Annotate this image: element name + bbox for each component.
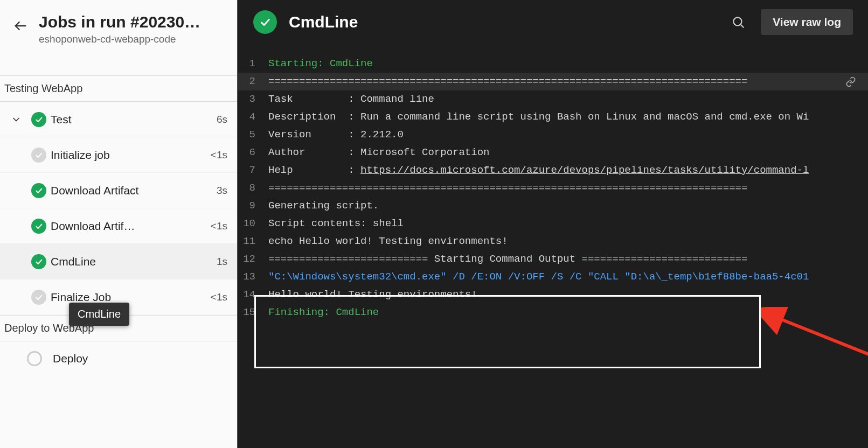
log-line[interactable]: 14Hello world! Testing environments! bbox=[238, 286, 868, 304]
status-icon-success bbox=[31, 219, 46, 234]
job-row-test[interactable]: Test 6s bbox=[0, 102, 237, 137]
left-panel: Jobs in run #20230… eshoponweb-cd-webapp… bbox=[0, 0, 238, 448]
log-line[interactable]: 3Task : Command line bbox=[238, 90, 868, 108]
log-line[interactable]: 13"C:\Windows\system32\cmd.exe" /D /E:ON… bbox=[238, 268, 868, 286]
log-line[interactable]: 5Version : 2.212.0 bbox=[238, 126, 868, 144]
line-number: 13 bbox=[238, 268, 268, 286]
chevron-down-icon bbox=[11, 114, 22, 125]
view-raw-log-button[interactable]: View raw log bbox=[761, 9, 853, 35]
line-number: 15 bbox=[238, 304, 268, 321]
log-line[interactable]: 2=======================================… bbox=[238, 73, 868, 90]
line-text: Description : Run a command line script … bbox=[268, 108, 862, 126]
step-label: CmdLine bbox=[51, 255, 206, 268]
log-header: CmdLine View raw log bbox=[238, 0, 868, 44]
line-text: Help : https://docs.microsoft.com/azure/… bbox=[268, 162, 862, 179]
line-number: 11 bbox=[238, 233, 268, 250]
step-label: Download Artif… bbox=[51, 220, 206, 233]
step-duration: <1s bbox=[206, 149, 227, 161]
line-text: Starting: CmdLine bbox=[268, 55, 862, 73]
line-number: 5 bbox=[238, 126, 268, 144]
check-icon bbox=[259, 16, 271, 28]
search-button[interactable] bbox=[727, 11, 749, 33]
log-line[interactable]: 15Finishing: CmdLine bbox=[238, 304, 868, 321]
line-text: ========================== Starting Comm… bbox=[268, 250, 862, 268]
step-duration: <1s bbox=[206, 220, 227, 232]
line-number: 12 bbox=[238, 250, 268, 268]
status-icon-pending bbox=[31, 290, 46, 305]
search-icon bbox=[731, 15, 745, 29]
line-text: ========================================… bbox=[268, 73, 840, 90]
log-body[interactable]: 1Starting: CmdLine2=====================… bbox=[238, 44, 868, 321]
left-header: Jobs in run #20230… eshoponweb-cd-webapp… bbox=[0, 0, 237, 54]
stage-header-testing: Testing WebApp bbox=[0, 75, 237, 102]
line-number: 1 bbox=[238, 55, 268, 73]
status-icon-success bbox=[31, 254, 46, 269]
line-text: "C:\Windows\system32\cmd.exe" /D /E:ON /… bbox=[268, 268, 862, 286]
task-title: CmdLine bbox=[289, 13, 716, 31]
step-duration: 3s bbox=[206, 185, 227, 197]
svg-line-2 bbox=[741, 25, 744, 27]
line-text: Hello world! Testing environments! bbox=[268, 286, 862, 304]
job-duration: 6s bbox=[206, 114, 227, 125]
step-label: Finalize Job bbox=[51, 291, 206, 304]
step-duration: <1s bbox=[206, 291, 227, 303]
log-line[interactable]: 10Script contents: shell bbox=[238, 215, 868, 233]
line-number: 7 bbox=[238, 162, 268, 179]
step-row[interactable]: Initialize job<1s bbox=[0, 137, 237, 173]
link-icon[interactable] bbox=[840, 76, 862, 87]
log-line[interactable]: 6Author : Microsoft Corporation bbox=[238, 144, 868, 162]
log-line[interactable]: 4Description : Run a command line script… bbox=[238, 108, 868, 126]
line-number: 14 bbox=[238, 286, 268, 304]
line-text: Generating script. bbox=[268, 197, 862, 215]
status-icon-success bbox=[31, 112, 46, 127]
tooltip: CmdLine bbox=[69, 303, 129, 326]
stage-title: Testing WebApp bbox=[4, 82, 228, 95]
pipeline-name: eshoponweb-cd-webapp-code bbox=[39, 33, 228, 45]
line-number: 3 bbox=[238, 90, 268, 108]
log-line[interactable]: 12========================== Starting Co… bbox=[238, 250, 868, 268]
arrow-left-icon bbox=[13, 18, 28, 33]
line-number: 6 bbox=[238, 144, 268, 162]
page-title: Jobs in run #20230… bbox=[39, 13, 228, 31]
step-duration: 1s bbox=[206, 256, 227, 268]
svg-line-4 bbox=[777, 318, 868, 372]
task-status-badge bbox=[253, 10, 277, 34]
line-number: 10 bbox=[238, 215, 268, 233]
steps-list: Initialize job<1sDownload Artifact3sDown… bbox=[0, 137, 237, 315]
line-number: 2 bbox=[238, 73, 268, 90]
status-icon-pending bbox=[31, 148, 46, 163]
job-label: Deploy bbox=[53, 352, 227, 365]
help-link[interactable]: https://docs.microsoft.com/azure/devops/… bbox=[360, 164, 809, 176]
step-row[interactable]: Download Artif…<1s bbox=[0, 208, 237, 244]
line-text: Version : 2.212.0 bbox=[268, 126, 862, 144]
back-button[interactable] bbox=[11, 16, 30, 36]
log-line[interactable]: 11echo Hello world! Testing environments… bbox=[238, 233, 868, 250]
line-text: echo Hello world! Testing environments! bbox=[268, 233, 862, 250]
line-text: Finishing: CmdLine bbox=[268, 304, 862, 321]
left-title-block: Jobs in run #20230… eshoponweb-cd-webapp… bbox=[39, 13, 228, 45]
job-row-deploy[interactable]: Deploy bbox=[0, 341, 237, 376]
step-label: Download Artifact bbox=[51, 184, 206, 197]
log-line[interactable]: 7Help : https://docs.microsoft.com/azure… bbox=[238, 162, 868, 179]
line-text: ========================================… bbox=[268, 179, 862, 197]
line-number: 4 bbox=[238, 108, 268, 126]
log-line[interactable]: 1Starting: CmdLine bbox=[238, 55, 868, 73]
status-icon-success bbox=[31, 183, 46, 198]
line-text: Author : Microsoft Corporation bbox=[268, 144, 862, 162]
line-number: 9 bbox=[238, 197, 268, 215]
step-row[interactable]: Download Artifact3s bbox=[0, 173, 237, 208]
job-label: Test bbox=[51, 113, 206, 126]
log-line[interactable]: 9Generating script. bbox=[238, 197, 868, 215]
log-panel: CmdLine View raw log 1Starting: CmdLine2… bbox=[238, 0, 868, 448]
line-text: Script contents: shell bbox=[268, 215, 862, 233]
log-line[interactable]: 8=======================================… bbox=[238, 179, 868, 197]
step-row[interactable]: CmdLine1s bbox=[0, 244, 237, 279]
line-number: 8 bbox=[238, 179, 268, 197]
step-label: Initialize job bbox=[51, 149, 206, 162]
status-icon-pending bbox=[27, 351, 42, 366]
line-text: Task : Command line bbox=[268, 90, 862, 108]
